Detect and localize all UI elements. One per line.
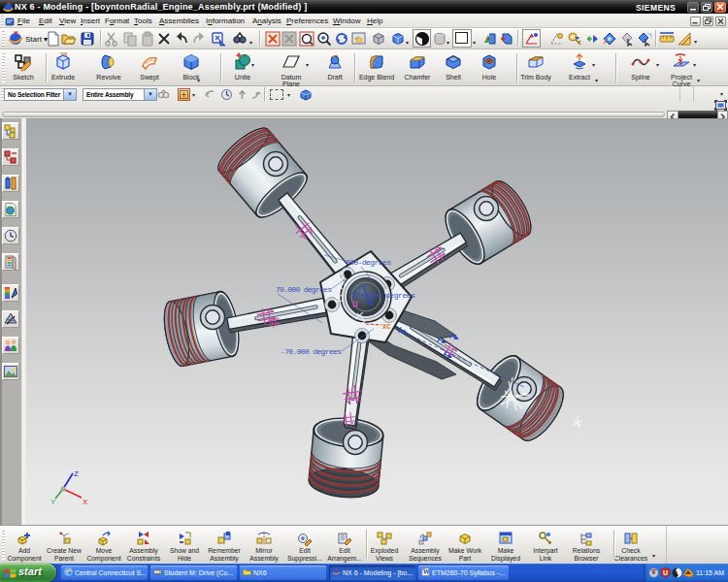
svg-text:000-degrees: 000-degrees: [346, 258, 391, 267]
svg-text:X: X: [83, 498, 88, 506]
svg-text:70.000 degrees: 70.000 degrees: [276, 285, 332, 294]
svg-text:270.000 degrees: 270.000 degrees: [351, 291, 415, 300]
svg-text:-70.000 degrees: -70.000 degrees: [281, 347, 342, 356]
svg-text:Z: Z: [74, 469, 79, 478]
svg-text:XC: XC: [382, 323, 390, 331]
svg-text:U: U: [663, 569, 668, 576]
svg-text:Y: Y: [50, 498, 56, 506]
svg-text:W: W: [423, 568, 430, 576]
